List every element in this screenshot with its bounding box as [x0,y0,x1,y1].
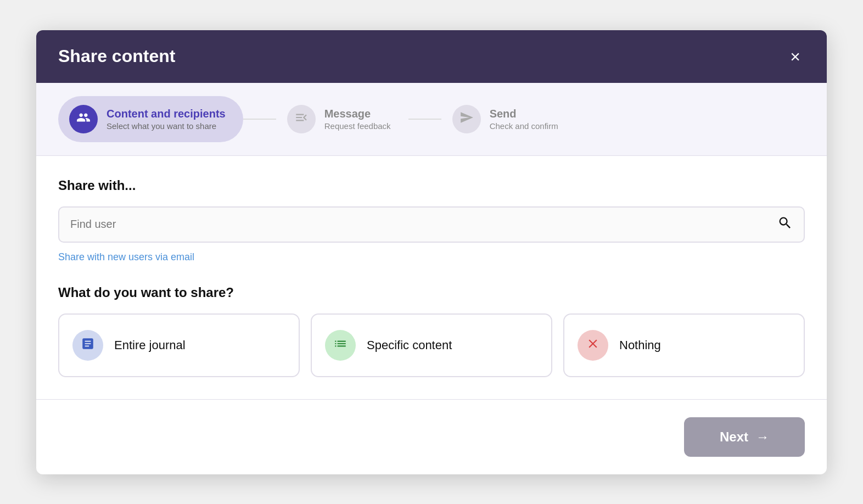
step-3-text: Send Check and confirm [490,108,558,131]
modal-footer: Next → [36,399,827,474]
step-icon-circle-3 [452,105,481,133]
step-divider-2 [408,119,441,120]
step-1-text: Content and recipients Select what you w… [107,108,226,131]
step-2-sub: Request feedback [324,121,391,131]
modal-title: Share content [58,46,175,66]
specific-content-icon-circle [325,330,356,361]
step-1-sub: Select what you want to share [107,121,226,131]
step-divider-1 [243,119,276,120]
step-message[interactable]: Message Request feedback [276,96,408,142]
modal-header: Share content × [36,30,827,83]
search-input[interactable] [70,218,777,231]
step-send[interactable]: Send Check and confirm [441,96,576,142]
close-icon [586,337,600,354]
option-entire-journal[interactable]: Entire journal [58,313,300,377]
share-content-modal: Share content × Content and recipients S… [36,30,827,474]
specific-content-label: Specific content [367,338,452,352]
step-2-label: Message [324,108,391,120]
option-specific-content[interactable]: Specific content [311,313,552,377]
nothing-icon-circle [578,330,608,361]
modal-body: Share with... Share with new users via e… [36,156,827,377]
step-icon-circle-1 [69,105,98,133]
close-button[interactable]: × [786,46,805,68]
send-icon [459,110,474,128]
journal-icon [81,337,95,354]
arrow-right-icon: → [756,429,769,445]
nothing-label: Nothing [619,338,661,352]
users-icon [76,110,91,128]
list-icon [333,337,348,354]
share-via-email-link[interactable]: Share with new users via email [58,251,194,263]
search-icon[interactable] [777,215,793,234]
search-box [58,206,805,243]
entire-journal-icon-circle [72,330,103,361]
step-1-label: Content and recipients [107,108,226,120]
option-nothing[interactable]: Nothing [563,313,805,377]
step-3-label: Send [490,108,558,120]
step-icon-circle-2 [287,105,316,133]
entire-journal-label: Entire journal [114,338,186,352]
steps-bar: Content and recipients Select what you w… [36,83,827,156]
next-button[interactable]: Next → [684,417,805,457]
message-icon [294,110,309,128]
next-label: Next [720,429,748,445]
what-to-share-title: What do you want to share? [58,285,805,300]
step-content-recipients[interactable]: Content and recipients Select what you w… [58,96,243,142]
step-3-sub: Check and confirm [490,121,558,131]
share-options: Entire journal Specific content [58,313,805,377]
step-2-text: Message Request feedback [324,108,391,131]
share-with-title: Share with... [58,178,805,193]
